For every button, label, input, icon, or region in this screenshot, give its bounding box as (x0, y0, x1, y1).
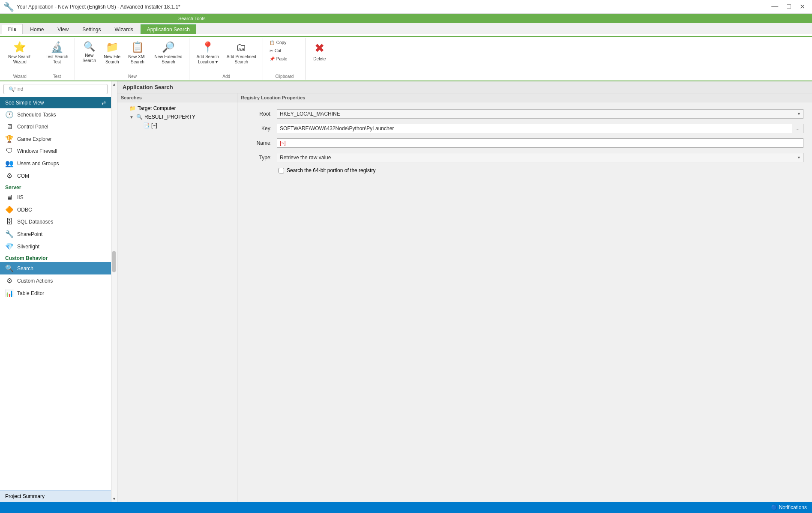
tree-item-target-computer[interactable]: 📁 Target Computer (119, 104, 235, 113)
delete-icon: ✖ (315, 41, 324, 56)
add-predefined-search-button[interactable]: 🗂 Add PredefinedSearch (224, 39, 259, 67)
add-predefined-search-label: Add PredefinedSearch (227, 54, 256, 65)
sharepoint-icon: 🔧 (5, 230, 14, 238)
odbc-label: ODBC (17, 207, 32, 213)
properties-panel: Registry Location Properties Root: HKEY_… (237, 93, 812, 502)
root-select-wrapper: HKEY_LOCAL_MACHINE HKEY_CURRENT_USER HKE… (277, 109, 803, 119)
context-tab-label: Search Tools (171, 16, 212, 21)
tab-home[interactable]: Home (24, 24, 50, 34)
sidebar-item-sql-databases[interactable]: 🗄 SQL Databases (0, 216, 111, 228)
type-row: Type: Retrieve the raw value Retrieve th… (246, 153, 803, 162)
key-browse-button[interactable]: ... (792, 124, 803, 133)
add-search-location-button[interactable]: 📍 Add SearchLocation ▾ (194, 39, 222, 67)
sidebar-item-com[interactable]: ⚙ COM (0, 170, 111, 182)
target-computer-label: Target Computer (138, 105, 176, 111)
test-search-label: Test SearchTest (45, 54, 68, 65)
tree-item-registry-value[interactable]: 📑 [~] (119, 121, 235, 130)
registry-value-label: [~] (151, 122, 157, 128)
tab-settings[interactable]: Settings (76, 24, 107, 34)
paste-button[interactable]: 📌 Paste (267, 55, 302, 63)
type-select[interactable]: Retrieve the raw value Retrieve the stri… (277, 153, 803, 162)
root-select[interactable]: HKEY_LOCAL_MACHINE HKEY_CURRENT_USER HKE… (277, 109, 803, 119)
delete-group-label (310, 78, 330, 80)
tree-item-result-property[interactable]: ▼ 🔍 RESULT_PROPERTY (119, 113, 235, 121)
users-and-groups-icon: 👥 (5, 159, 14, 167)
sidebar-item-windows-firewall[interactable]: 🛡 Windows Firewall (0, 145, 111, 157)
new-file-search-button[interactable]: 📁 New FileSearch (101, 39, 123, 67)
cut-label: Cut (275, 48, 282, 53)
tab-application-search[interactable]: Application Search (141, 24, 196, 34)
scroll-down-arrow[interactable]: ▼ (112, 497, 116, 501)
searches-header: Searches (117, 93, 237, 102)
delete-button[interactable]: ✖ Delete (310, 39, 330, 64)
sidebar-item-iis[interactable]: 🖥 IIS (0, 191, 111, 203)
root-label: Root: (246, 111, 272, 117)
control-panel-label: Control Panel (17, 124, 48, 130)
sidebar-item-custom-actions[interactable]: ⚙ Custom Actions (0, 274, 111, 287)
sidebar-list: 🕐 Scheduled Tasks 🖥 Control Panel 🏆 Game… (0, 108, 111, 490)
key-input-wrapper: ... (277, 124, 803, 133)
sidebar-item-search[interactable]: 🔍 Search (0, 262, 111, 274)
sidebar-search-input[interactable] (3, 84, 108, 94)
cut-button[interactable]: ✂ Cut (267, 47, 302, 54)
sidebar-item-table-editor[interactable]: 📊 Table Editor (0, 287, 111, 299)
sql-databases-icon: 🗄 (5, 218, 14, 226)
ribbon-group-add: 📍 Add SearchLocation ▾ 🗂 Add PredefinedS… (190, 38, 263, 80)
wizard-group-items: ⭐ New SearchWizard (5, 39, 34, 73)
test-search-button[interactable]: 🔬 Test SearchTest (42, 39, 71, 67)
result-property-search-icon: 🔍 (136, 114, 143, 120)
new-search-button[interactable]: 🔍 NewSearch (79, 39, 99, 66)
tab-wizards[interactable]: Wizards (108, 24, 140, 34)
custom-behavior-section-header: Custom Behavior (0, 253, 111, 262)
name-input[interactable] (277, 138, 803, 148)
key-input[interactable] (277, 124, 792, 133)
scheduled-tasks-icon: 🕐 (5, 110, 14, 119)
new-extended-search-button[interactable]: 🔎 New ExtendedSearch (152, 39, 186, 67)
wizard-group-label: Wizard (5, 73, 34, 80)
title-left: 🔧 Your Application - New Project (Englis… (3, 2, 180, 12)
tab-view[interactable]: View (51, 24, 75, 34)
registry-value-icon: 📑 (143, 122, 150, 128)
close-button[interactable]: ✕ (796, 2, 809, 12)
tab-file[interactable]: File (2, 24, 23, 34)
new-xml-search-button[interactable]: 📋 New XMLSearch (125, 39, 150, 67)
scroll-thumb[interactable] (112, 251, 116, 272)
new-search-wizard-icon: ⭐ (13, 41, 26, 54)
sidebar-item-sharepoint[interactable]: 🔧 SharePoint (0, 228, 111, 240)
notifications-label[interactable]: 🔵 Notifications (771, 504, 807, 510)
see-simple-view-button[interactable]: See Simple View ⇄ (0, 97, 111, 108)
sidebar-item-users-and-groups[interactable]: 👥 Users and Groups (0, 157, 111, 170)
properties-header: Registry Location Properties (237, 93, 812, 102)
new-extended-search-label: New ExtendedSearch (155, 54, 183, 65)
copy-button[interactable]: 📋 Copy (267, 39, 302, 46)
search-64bit-checkbox[interactable] (279, 168, 284, 173)
sql-databases-label: SQL Databases (17, 219, 53, 225)
new-extended-search-icon: 🔎 (162, 41, 175, 54)
sidebar-item-game-explorer[interactable]: 🏆 Game Explorer (0, 133, 111, 145)
sidebar-item-control-panel[interactable]: 🖥 Control Panel (0, 121, 111, 133)
new-xml-search-label: New XMLSearch (128, 54, 147, 65)
sidebar-item-scheduled-tasks[interactable]: 🕐 Scheduled Tasks (0, 108, 111, 121)
minimize-button[interactable]: — (768, 2, 782, 12)
custom-actions-icon: ⚙ (5, 277, 14, 285)
add-group-items: 📍 Add SearchLocation ▾ 🗂 Add PredefinedS… (194, 39, 259, 73)
name-label: Name: (246, 140, 272, 146)
new-search-wizard-button[interactable]: ⭐ New SearchWizard (5, 39, 34, 67)
ribbon-group-test: 🔬 Test SearchTest Test (39, 38, 75, 80)
maximize-button[interactable]: □ (783, 2, 794, 12)
sidebar-item-odbc[interactable]: 🔶 ODBC (0, 203, 111, 216)
project-summary[interactable]: Project Summary (0, 490, 111, 502)
silverlight-label: Silverlight (17, 244, 39, 250)
com-label: COM (17, 173, 29, 179)
delete-group-items: ✖ Delete (310, 39, 330, 78)
main-content-area: Application Search Searches 📁 Target Com… (117, 81, 812, 502)
search-64bit-label: Search the 64-bit portion of the registr… (287, 167, 375, 173)
scroll-up-arrow[interactable]: ▲ (112, 82, 116, 86)
ribbon-content: ⭐ New SearchWizard Wizard 🔬 Test SearchT… (0, 37, 812, 81)
sidebar-item-silverlight[interactable]: 💎 Silverlight (0, 240, 111, 253)
ribbon: ⭐ New SearchWizard Wizard 🔬 Test SearchT… (0, 34, 812, 81)
paste-icon: 📌 (270, 57, 275, 61)
table-editor-icon: 📊 (5, 289, 14, 297)
test-group-label: Test (42, 73, 71, 80)
paste-label: Paste (276, 57, 288, 61)
